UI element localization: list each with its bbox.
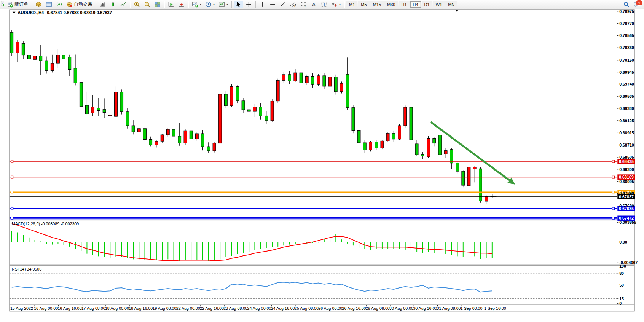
zoom-in-button[interactable]	[132, 1, 142, 8]
blue-window-icon	[46, 1, 52, 8]
svg-text:E: E	[294, 5, 296, 8]
candle	[132, 126, 135, 132]
line-handle[interactable]	[612, 176, 615, 178]
timeframe-m1[interactable]: M1	[346, 1, 357, 8]
market-depth-button[interactable]	[34, 1, 43, 8]
timeframe-m30[interactable]: M30	[384, 1, 398, 8]
line-chart-mode-button[interactable]	[118, 1, 128, 8]
candle	[415, 144, 418, 155]
text-button[interactable]: A	[309, 1, 319, 8]
timeframe-m15[interactable]: M15	[370, 1, 384, 8]
horizontal-line-button[interactable]	[268, 1, 277, 8]
terminal-window-button[interactable]	[44, 1, 54, 8]
cursor-button[interactable]	[234, 1, 243, 8]
price-axis-label: 0.68095	[619, 179, 634, 184]
auto-scroll-icon	[168, 1, 174, 8]
candle	[143, 129, 147, 140]
candle	[51, 63, 54, 70]
chart-canvas[interactable]: 0.684350.681690.679130.678370.676350.674…	[0, 9, 644, 322]
time-axis-label: 24 Aug 16:00	[271, 306, 295, 311]
tile-windows-button[interactable]	[153, 1, 162, 8]
candle	[323, 76, 326, 86]
line-handle[interactable]	[11, 176, 13, 178]
macd-axis-label: 0.00	[619, 240, 627, 244]
candle	[259, 107, 262, 116]
candle	[433, 139, 436, 143]
webtrader-button[interactable]	[54, 1, 64, 8]
timeframe-d1[interactable]: D1	[422, 1, 432, 8]
bar-chart-mode-button[interactable]	[98, 1, 107, 8]
candle	[438, 135, 442, 155]
chart-shift-button[interactable]	[177, 1, 186, 8]
time-axis-label: 30 Aug 16:00	[413, 306, 437, 311]
toolbar-group-1: 自动交易	[33, 0, 94, 9]
candle	[190, 131, 193, 139]
candle	[86, 105, 89, 114]
chevron-down-icon: ▾	[226, 3, 228, 6]
line-handle[interactable]	[612, 191, 615, 193]
candle	[288, 75, 291, 81]
candle	[149, 139, 152, 145]
timeframe-mn[interactable]: MN	[445, 1, 457, 8]
trendline-button[interactable]	[278, 1, 288, 8]
rsi-axis-label: 15	[619, 296, 624, 301]
timeframe-m5[interactable]: M5	[358, 1, 369, 8]
shapes-icon	[331, 1, 338, 8]
candle	[178, 136, 181, 143]
time-axis-label: 26 Aug 16:00	[342, 306, 366, 311]
candle	[184, 131, 187, 143]
toolbar-group-7: EFAT▾	[257, 0, 343, 9]
line-handle[interactable]	[11, 191, 13, 193]
timeframe-w1[interactable]: W1	[433, 1, 445, 8]
candle	[68, 57, 71, 69]
search-button[interactable]	[622, 1, 631, 8]
svg-text:F: F	[305, 5, 306, 8]
line-handle[interactable]	[11, 160, 13, 163]
candle	[103, 110, 106, 113]
candle	[421, 154, 424, 156]
candle	[276, 80, 279, 101]
candle	[207, 147, 210, 151]
line-handle[interactable]	[11, 207, 13, 210]
candle	[120, 92, 123, 112]
text-label-button[interactable]: T	[319, 1, 329, 8]
gold-box-icon	[35, 1, 42, 8]
profiles-button[interactable]: ▾	[204, 1, 216, 8]
auto-scroll-button[interactable]	[166, 1, 176, 8]
line-handle[interactable]	[11, 217, 13, 219]
new-chart-button[interactable]: ▾	[190, 1, 203, 8]
candlestick-mode-button[interactable]	[108, 1, 118, 8]
toolbar-group-3	[132, 0, 163, 9]
candle	[39, 56, 42, 61]
line-handle[interactable]	[612, 160, 615, 163]
fibonacci-button[interactable]: F	[299, 1, 308, 8]
chart-window: 0.684350.681690.679130.678370.676350.674…	[0, 9, 644, 322]
time-axis: 15 Aug 202216 Aug 00:0016 Aug 16:0017 Au…	[10, 305, 506, 311]
candle	[97, 108, 100, 111]
candle	[334, 77, 337, 92]
candle	[57, 55, 60, 63]
new-order-button-label: 新订单	[14, 1, 28, 8]
candle	[456, 163, 459, 171]
doc-plus-icon	[7, 1, 13, 8]
candle	[161, 135, 164, 141]
candle	[74, 68, 77, 83]
timeframe-h1[interactable]: H1	[399, 1, 409, 8]
channel-button[interactable]: E	[289, 1, 298, 8]
candle	[201, 134, 204, 147]
crosshair-button[interactable]	[244, 1, 253, 8]
new-order-button[interactable]: 新订单	[5, 1, 30, 8]
line-handle[interactable]	[612, 207, 615, 210]
vline-icon	[259, 1, 266, 8]
indicators-button[interactable]: ▾	[217, 1, 230, 8]
rsi-axis-label: 0	[619, 301, 622, 306]
zoom-out-button[interactable]	[142, 1, 152, 8]
notifications-button[interactable]: 1	[632, 1, 641, 8]
arrows-button[interactable]: ▾	[330, 1, 342, 8]
label-t-icon: T	[321, 1, 327, 8]
vertical-line-button[interactable]	[258, 1, 267, 8]
candle	[22, 43, 25, 55]
auto-trading-button[interactable]: 自动交易	[65, 1, 94, 8]
line-handle[interactable]	[612, 217, 615, 219]
timeframe-h4[interactable]: H4	[410, 1, 421, 8]
